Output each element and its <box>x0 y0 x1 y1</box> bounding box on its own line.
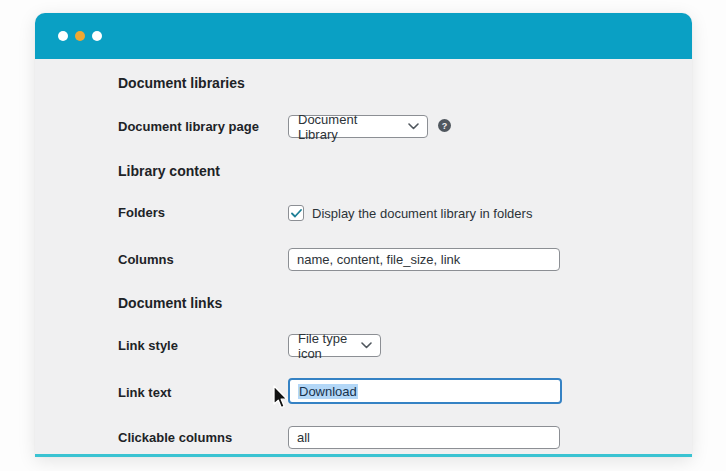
label-link-style: Link style <box>118 338 178 354</box>
section-heading-document-links: Document links <box>118 295 222 312</box>
section-heading-document-libraries: Document libraries <box>118 75 245 92</box>
window-control-dot-2[interactable] <box>75 31 85 41</box>
document-library-page-select[interactable]: Document Library <box>288 115 428 138</box>
label-columns: Columns <box>118 252 174 268</box>
clickable-columns-input-value: all <box>297 431 310 444</box>
settings-window: Document libraries Document library page… <box>35 13 692 457</box>
link-text-input[interactable]: Download <box>288 378 562 404</box>
help-glyph: ? <box>442 121 448 131</box>
clickable-columns-input[interactable]: all <box>288 426 560 449</box>
window-control-dot-1[interactable] <box>58 31 68 41</box>
section-heading-library-content: Library content <box>118 163 220 180</box>
window-titlebar <box>35 13 692 59</box>
window-bottom-accent <box>35 454 692 457</box>
checkmark-icon <box>291 209 302 218</box>
columns-input[interactable]: name, content, file_size, link <box>288 248 560 271</box>
chevron-down-icon <box>361 342 372 349</box>
label-link-text: Link text <box>118 385 171 401</box>
help-icon[interactable]: ? <box>438 119 451 132</box>
link-style-select[interactable]: File type icon <box>288 334 381 357</box>
window-control-dot-3[interactable] <box>92 31 102 41</box>
label-document-library-page: Document library page <box>118 119 259 135</box>
folders-checkbox-label[interactable]: Display the document library in folders <box>312 206 532 222</box>
chevron-down-icon <box>408 123 419 130</box>
label-clickable-columns: Clickable columns <box>118 430 232 446</box>
folders-checkbox[interactable] <box>288 205 304 221</box>
columns-input-value: name, content, file_size, link <box>297 253 460 266</box>
document-library-page-select-value: Document Library <box>298 112 398 142</box>
link-style-select-value: File type icon <box>298 331 356 361</box>
link-text-input-value-selected: Download <box>298 384 358 399</box>
label-folders: Folders <box>118 205 165 221</box>
